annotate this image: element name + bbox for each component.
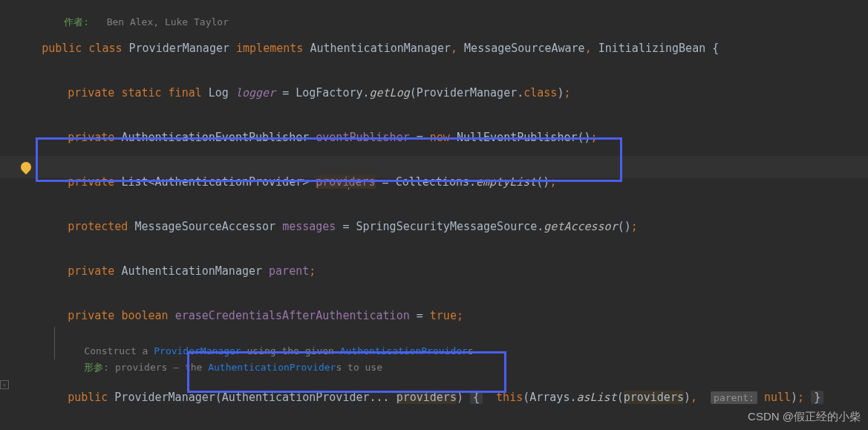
blank-line [15,82,868,104]
eventpublisher-field: private AuthenticationEventPublisher eve… [15,104,868,126]
parameter-hint: parent: [711,391,757,404]
gutter-fold-icon[interactable]: + [0,380,9,389]
erase-field: private boolean eraseCredentialsAfterAut… [15,282,868,304]
blank-line [15,215,868,238]
blank-line [15,126,868,149]
messages-field: protected MessageSourceAccessor messages… [15,193,868,215]
logger-field: private static final Log logger = LogFac… [15,59,868,82]
blank-line [15,37,868,59]
parent-field: private AuthenticationManager parent; [15,238,868,260]
javadoc-line1: Construct a ProviderManager using the gi… [54,327,868,343]
blank-line [15,260,868,282]
class-declaration: public class ProviderManager implements … [15,15,868,37]
code-editor[interactable]: 作者: Ben Alex, Luke Taylor public class P… [0,0,868,386]
providers-field: private List<AuthenticationProvider> pro… [15,149,868,171]
javadoc-line2: 形参: providers – the AuthenticationProvid… [54,343,868,359]
blank-line [15,304,868,327]
constructor: public ProviderManager(AuthenticationPro… [15,364,868,386]
watermark: CSDN @假正经的小柴 [748,410,861,424]
authors-comment: 作者: Ben Alex, Luke Taylor [15,0,868,15]
